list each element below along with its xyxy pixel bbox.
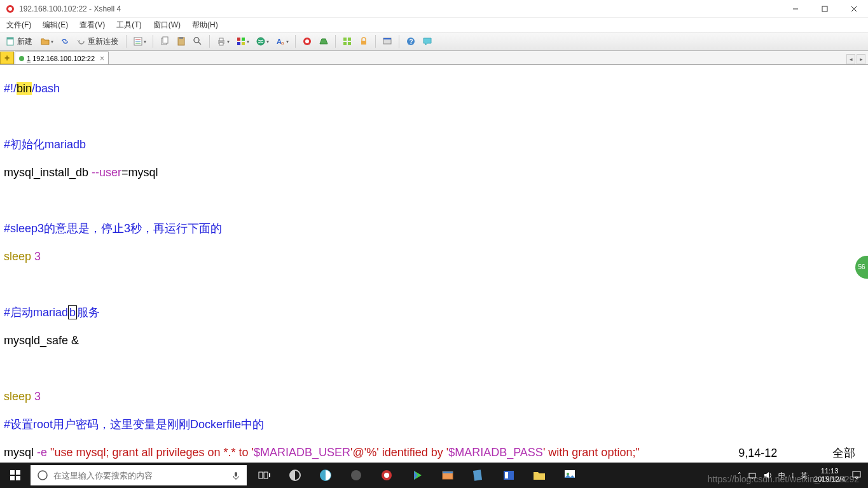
tray-ime2[interactable]: 英 bbox=[801, 471, 808, 480]
svg-rect-7 bbox=[7, 38, 13, 39]
session-button[interactable] bbox=[380, 34, 394, 48]
close-button[interactable] bbox=[845, 3, 863, 15]
tray-volume-icon[interactable] bbox=[763, 471, 772, 480]
tab-scroll-left[interactable]: ◂ bbox=[846, 54, 855, 64]
tab-session[interactable]: 1 192.168.100.102:22 × bbox=[15, 52, 109, 64]
app-icon-6[interactable] bbox=[432, 463, 463, 488]
new-button[interactable]: 新建 bbox=[4, 34, 36, 48]
open-button[interactable]: ▾ bbox=[38, 34, 55, 48]
menu-window[interactable]: 窗口(W) bbox=[153, 20, 181, 31]
app-icon bbox=[5, 4, 15, 14]
mic-icon[interactable] bbox=[231, 471, 240, 480]
taskview-icon[interactable] bbox=[249, 463, 280, 488]
properties-button[interactable]: ▾ bbox=[131, 34, 148, 48]
app-icon-10[interactable] bbox=[555, 463, 585, 488]
chat-icon[interactable] bbox=[420, 34, 434, 48]
code-line: sleep 3 bbox=[4, 389, 864, 403]
window-title: 192.168.100.102:22 - Xshell 4 bbox=[19, 4, 787, 13]
code-line: mysql -e "use mysql; grant all privilege… bbox=[4, 445, 864, 459]
print-button[interactable]: ▾ bbox=[214, 34, 231, 48]
svg-rect-42 bbox=[16, 476, 20, 480]
link-button[interactable] bbox=[58, 34, 72, 48]
svg-rect-40 bbox=[16, 470, 20, 475]
tab-add-button[interactable]: + bbox=[0, 52, 14, 64]
color-button[interactable]: ▾ bbox=[234, 34, 251, 48]
svg-marker-63 bbox=[764, 472, 769, 478]
app-icon-1[interactable] bbox=[280, 463, 310, 488]
svg-rect-41 bbox=[10, 476, 15, 480]
code-line: #!/bin/bash bbox=[4, 81, 864, 95]
start-button[interactable] bbox=[0, 463, 31, 488]
menu-edit[interactable]: 编辑(E) bbox=[43, 20, 68, 31]
lock-button[interactable] bbox=[357, 34, 371, 48]
svg-rect-19 bbox=[219, 38, 223, 41]
svg-rect-58 bbox=[505, 472, 508, 478]
svg-line-17 bbox=[198, 42, 201, 45]
svg-rect-36 bbox=[383, 38, 391, 39]
app-icon-3[interactable] bbox=[341, 463, 371, 488]
code-line: mysql_install_db --user=mysql bbox=[4, 165, 864, 179]
xftp-icon[interactable] bbox=[317, 34, 331, 48]
code-line: #启动mariadb服务 bbox=[4, 305, 864, 319]
xshell-icon[interactable] bbox=[300, 34, 314, 48]
svg-point-1 bbox=[8, 7, 12, 11]
code-line: mysqld_safe & bbox=[4, 333, 864, 347]
new-label: 新建 bbox=[16, 36, 34, 47]
tile-button[interactable] bbox=[340, 34, 354, 48]
svg-rect-56 bbox=[473, 470, 482, 481]
search-input[interactable] bbox=[53, 471, 226, 480]
code-line: #设置root用户密码，这里变量是刚刚Dockerfile中的 bbox=[4, 417, 864, 431]
svg-rect-13 bbox=[163, 37, 168, 43]
svg-point-16 bbox=[194, 38, 199, 43]
menu-tools[interactable]: 工具(T) bbox=[116, 20, 141, 31]
svg-rect-46 bbox=[264, 472, 268, 478]
window-controls bbox=[787, 3, 863, 15]
tab-scroll-right[interactable]: ▸ bbox=[857, 54, 865, 64]
code-line: #sleep3的意思是，停止3秒，再运行下面的 bbox=[4, 221, 864, 235]
svg-rect-47 bbox=[269, 473, 270, 477]
copy-button[interactable] bbox=[158, 34, 172, 48]
minimize-button[interactable] bbox=[787, 3, 804, 15]
tray-clock[interactable]: 11:13 2019/12/4 bbox=[814, 467, 845, 484]
menubar: 文件(F) 编辑(E) 查看(V) 工具(T) 窗口(W) 帮助(H) bbox=[0, 18, 868, 32]
app-icon-9[interactable] bbox=[524, 463, 555, 488]
tray-notification-icon[interactable] bbox=[851, 470, 862, 480]
cortana-icon bbox=[37, 470, 48, 481]
font-button[interactable]: Aa▾ bbox=[273, 34, 291, 48]
app-icon-8[interactable] bbox=[493, 463, 524, 488]
menu-file[interactable]: 文件(F) bbox=[6, 20, 31, 31]
taskbar-apps bbox=[249, 463, 585, 488]
svg-rect-31 bbox=[348, 38, 351, 41]
app-icon-2[interactable] bbox=[310, 463, 341, 488]
tabbar: + 1 192.168.100.102:22 × ◂ ▸ bbox=[0, 51, 868, 65]
svg-point-51 bbox=[384, 473, 389, 478]
globe-button[interactable]: ▾ bbox=[254, 34, 271, 48]
svg-rect-30 bbox=[343, 38, 347, 41]
svg-rect-64 bbox=[853, 471, 860, 477]
svg-rect-34 bbox=[361, 41, 366, 45]
svg-rect-61 bbox=[749, 473, 755, 478]
tray-chevron-icon[interactable]: ˄ bbox=[738, 471, 741, 480]
code-line: #初始化mariadb bbox=[4, 137, 864, 151]
menu-view[interactable]: 查看(V) bbox=[79, 20, 105, 31]
maximize-button[interactable] bbox=[816, 3, 834, 15]
tray-network-icon[interactable] bbox=[748, 471, 757, 480]
tab-close-button[interactable]: × bbox=[100, 54, 104, 63]
tray-ime1[interactable]: 中 bbox=[778, 471, 785, 480]
taskbar: ˄ 中 ⁞ 英 11:13 2019/12/4 https://blog.csd… bbox=[0, 463, 868, 488]
system-tray: ˄ 中 ⁞ 英 11:13 2019/12/4 bbox=[738, 463, 868, 488]
paste-button[interactable] bbox=[174, 34, 188, 48]
menu-help[interactable]: 帮助(H) bbox=[192, 20, 218, 31]
app-icon-4[interactable] bbox=[371, 463, 402, 488]
svg-point-43 bbox=[38, 471, 47, 480]
help-icon[interactable]: ? bbox=[404, 34, 418, 48]
reconnect-label: 重新连接 bbox=[86, 36, 120, 47]
terminal[interactable]: #!/bin/bash #初始化mariadb mysql_install_db… bbox=[0, 65, 868, 463]
search-box[interactable] bbox=[31, 465, 247, 485]
reconnect-button[interactable]: 重新连接 bbox=[74, 34, 121, 48]
find-button[interactable] bbox=[191, 34, 205, 48]
svg-rect-33 bbox=[348, 42, 351, 45]
app-icon-5[interactable] bbox=[402, 463, 432, 488]
svg-point-49 bbox=[351, 470, 361, 480]
app-icon-7[interactable] bbox=[463, 463, 493, 488]
